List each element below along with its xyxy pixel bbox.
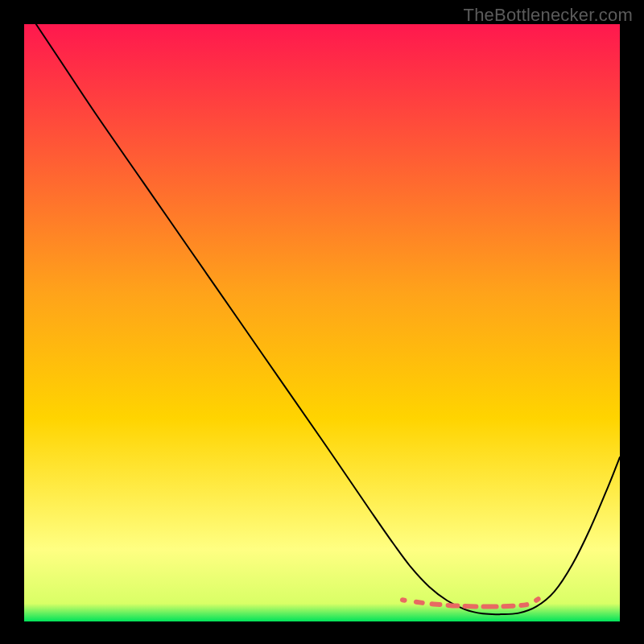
chart-container: TheBottlenecker.com bbox=[0, 0, 644, 644]
watermark-text: TheBottlenecker.com bbox=[464, 5, 633, 26]
chart-svg bbox=[0, 0, 644, 644]
plot-area-background bbox=[24, 24, 620, 621]
